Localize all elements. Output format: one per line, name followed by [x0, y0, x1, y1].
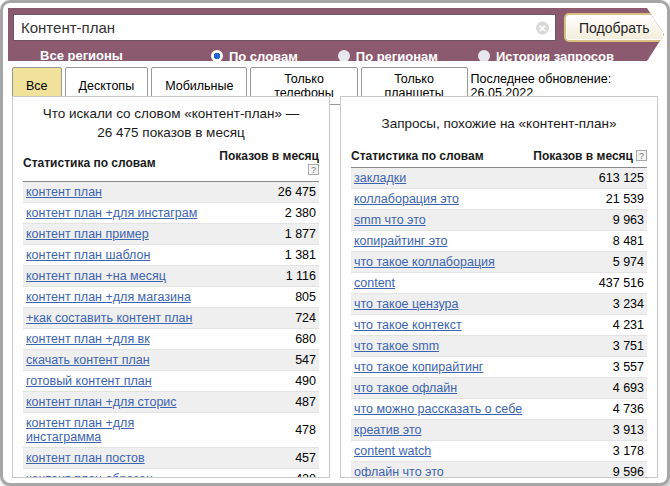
keyword-link[interactable]: content: [354, 276, 395, 290]
table-header-row: Статистика по словам Показов в месяц?: [351, 145, 647, 168]
table-row: скачать контент план 547: [23, 350, 319, 371]
impressions-value: 9 963: [530, 210, 647, 231]
table-row: копирайтинг это 8 481: [351, 231, 647, 252]
radio-icon: [211, 50, 223, 62]
table-row: контент план 26 475: [23, 182, 319, 203]
keyword-link[interactable]: скачать контент план: [26, 353, 150, 367]
radio-label: По регионам: [356, 49, 438, 64]
table-row: контент план +для магазина 805: [23, 287, 319, 308]
table-row: контент план постов 457: [23, 448, 319, 469]
help-icon[interactable]: ?: [636, 150, 647, 161]
panel-title: Что искали со словом «контент-план» — 26…: [23, 99, 319, 145]
results-area: Что искали со словом «контент-план» — 26…: [12, 96, 658, 478]
keyword-link[interactable]: готовый контент план: [26, 374, 152, 388]
keyword-link[interactable]: контент план пример: [26, 227, 149, 241]
keyword-link[interactable]: что такое коллаборация: [354, 255, 495, 269]
search-box: ✕: [13, 14, 556, 41]
keyword-link[interactable]: закладки: [354, 171, 406, 185]
keyword-link[interactable]: контент план образец: [26, 472, 153, 478]
keyword-stats-panel: Что искали со словом «контент-план» — 26…: [12, 96, 330, 478]
search-input[interactable]: [14, 15, 555, 40]
impressions-value: 4 231: [530, 315, 647, 336]
keyword-link[interactable]: что такое smm: [354, 339, 439, 353]
table-row: контент план шаблон 1 381: [23, 245, 319, 266]
keyword-link[interactable]: что можно рассказать о себе: [354, 402, 522, 416]
impressions-value: 1 116: [209, 266, 319, 287]
impressions-value: 26 475: [209, 182, 319, 203]
table-row: контент план +на месяц 1 116: [23, 266, 319, 287]
table-row: что такое smm 3 751: [351, 336, 647, 357]
keyword-link[interactable]: контент план +на месяц: [26, 269, 166, 283]
keyword-link[interactable]: креатив это: [354, 423, 422, 437]
help-icon[interactable]: ?: [308, 164, 319, 175]
search-mode-radio[interactable]: По регионам: [338, 49, 438, 64]
keyword-link[interactable]: офлайн что это: [354, 465, 444, 478]
submit-button[interactable]: Подобрать: [564, 13, 665, 42]
keyword-link[interactable]: контент план +для вк: [26, 332, 150, 346]
table-row: что такое копирайтинг 3 557: [351, 357, 647, 378]
keyword-link[interactable]: коллаборация это: [354, 192, 459, 206]
radio-label: История запросов: [496, 49, 614, 64]
impressions-value: 613 125: [530, 168, 647, 189]
radio-icon: [338, 50, 350, 62]
clear-search-icon[interactable]: ✕: [536, 21, 549, 34]
impressions-value: 437 516: [530, 273, 647, 294]
impressions-value: 3 913: [530, 420, 647, 441]
table-header-row: Статистика по словам Показов в месяц?: [23, 145, 319, 182]
impressions-value: 2 380: [209, 203, 319, 224]
impressions-value: 680: [209, 329, 319, 350]
table-row: контент план +для инстаграмма 478: [23, 413, 319, 448]
col-count-header: Показов в месяц?: [530, 145, 647, 168]
keyword-link[interactable]: контент план шаблон: [26, 248, 150, 262]
keyword-link[interactable]: smm что это: [354, 213, 426, 227]
col-phrase-header: Статистика по словам: [23, 145, 209, 182]
keyword-link[interactable]: content watch: [354, 444, 431, 458]
keyword-link[interactable]: что такое офлайн: [354, 381, 457, 395]
table-row: smm что это 9 963: [351, 210, 647, 231]
impressions-value: 724: [209, 308, 319, 329]
impressions-value: 487: [209, 392, 319, 413]
keyword-link[interactable]: контент план: [26, 185, 102, 199]
table-row: креатив это 3 913: [351, 420, 647, 441]
keyword-link[interactable]: что такое контекст: [354, 318, 462, 332]
impressions-value: 3 557: [530, 357, 647, 378]
impressions-value: 9 596: [530, 462, 647, 479]
keyword-link[interactable]: контент план +для сторис: [26, 395, 177, 409]
impressions-value: 1 381: [209, 245, 319, 266]
table-row: что такое коллаборация 5 974: [351, 252, 647, 273]
impressions-value: 4 736: [530, 399, 647, 420]
keyword-link[interactable]: контент план постов: [26, 451, 145, 465]
keyword-link[interactable]: +как составить контент план: [26, 311, 192, 325]
table-row: контент план +для инстаграм 2 380: [23, 203, 319, 224]
table-row: что такое цензура 3 234: [351, 294, 647, 315]
search-mode-radio[interactable]: По словам: [211, 49, 298, 64]
keyword-link[interactable]: контент план +для инстаграм: [26, 206, 197, 220]
similar-queries-table: Статистика по словам Показов в месяц? за…: [351, 145, 647, 478]
table-row: что такое контекст 4 231: [351, 315, 647, 336]
search-mode-radio[interactable]: История запросов: [478, 49, 614, 64]
impressions-value: 3 178: [530, 441, 647, 462]
impressions-value: 1 877: [209, 224, 319, 245]
impressions-value: 4 693: [530, 378, 647, 399]
app-window: ✕ Подобрать Все регионы По словам По рег…: [0, 0, 670, 486]
panel-title: Запросы, похожие на «контент-план»: [351, 99, 647, 145]
impressions-value: 457: [209, 448, 319, 469]
table-row: контент план образец 428: [23, 469, 319, 479]
all-regions-link[interactable]: Все регионы: [40, 48, 123, 64]
table-row: content watch 3 178: [351, 441, 647, 462]
col-phrase-header: Статистика по словам: [351, 145, 530, 168]
keyword-link[interactable]: контент план +для магазина: [26, 290, 191, 304]
keyword-link[interactable]: что такое цензура: [354, 297, 459, 311]
keyword-stats-table: Статистика по словам Показов в месяц? ко…: [23, 145, 319, 478]
keyword-link[interactable]: копирайтинг это: [354, 234, 447, 248]
keyword-link[interactable]: контент план +для инстаграмма: [26, 416, 134, 444]
impressions-value: 805: [209, 287, 319, 308]
table-row: что такое офлайн 4 693: [351, 378, 647, 399]
similar-queries-panel: Запросы, похожие на «контент-план» Стати…: [340, 96, 658, 478]
impressions-value: 3 751: [530, 336, 647, 357]
table-row: готовый контент план 490: [23, 371, 319, 392]
table-row: контент план +для вк 680: [23, 329, 319, 350]
keyword-link[interactable]: что такое копирайтинг: [354, 360, 483, 374]
table-row: контент план пример 1 877: [23, 224, 319, 245]
radio-icon: [478, 50, 490, 62]
